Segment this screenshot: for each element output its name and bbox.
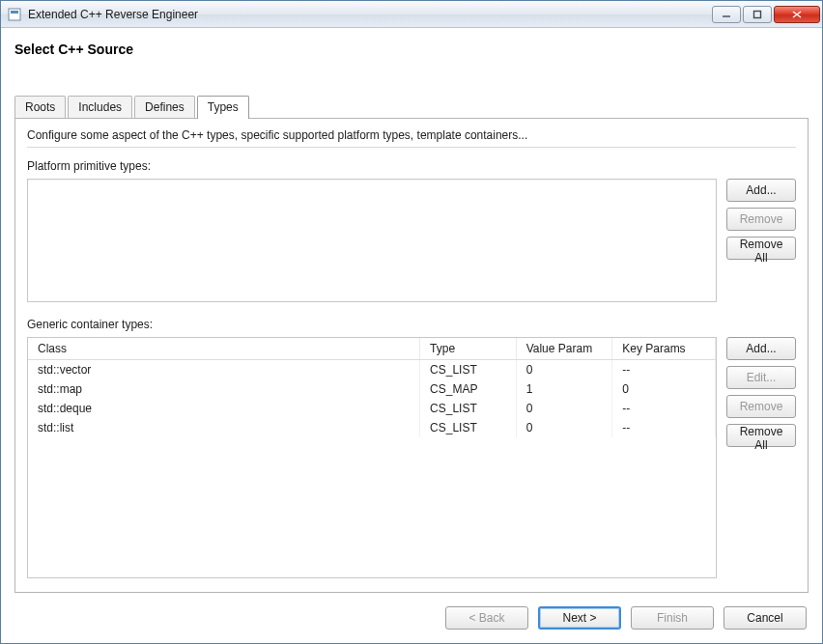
cell-value-param: 0 xyxy=(516,418,612,437)
close-button[interactable] xyxy=(774,6,820,23)
col-header-class[interactable]: Class xyxy=(28,338,420,360)
types-description: Configure some aspect of the C++ types, … xyxy=(27,128,796,148)
tabs-region: Roots Includes Defines Types Configure s… xyxy=(1,96,822,593)
window-controls xyxy=(710,6,820,23)
generic-remove-button[interactable]: Remove xyxy=(726,395,796,418)
cell-key-params: -- xyxy=(612,399,716,418)
generic-types-table-box[interactable]: Class Type Value Param Key Params std::v… xyxy=(27,337,717,578)
svg-rect-0 xyxy=(9,9,20,20)
cell-type: CS_MAP xyxy=(420,379,517,399)
cell-type: CS_LIST xyxy=(420,360,517,380)
cell-class: std::list xyxy=(28,418,420,437)
tab-types[interactable]: Types xyxy=(197,96,249,119)
col-header-value-param[interactable]: Value Param xyxy=(516,338,612,360)
maximize-button[interactable] xyxy=(743,6,772,23)
col-header-key-params[interactable]: Key Params xyxy=(612,338,716,360)
cell-class: std::map xyxy=(28,379,420,399)
primitive-types-listbox[interactable] xyxy=(27,179,717,302)
wizard-header: Select C++ Source xyxy=(1,28,822,96)
primitive-add-button[interactable]: Add... xyxy=(726,179,796,202)
generic-edit-button[interactable]: Edit... xyxy=(726,366,796,389)
dialog-window: Extended C++ Reverse Engineer Select C++… xyxy=(0,0,823,644)
tab-defines[interactable]: Defines xyxy=(134,96,195,118)
cell-type: CS_LIST xyxy=(420,399,517,418)
table-row[interactable]: std::list CS_LIST 0 -- xyxy=(28,418,716,437)
generic-remove-all-button[interactable]: Remove All xyxy=(726,424,796,447)
minimize-button[interactable] xyxy=(712,6,741,23)
cell-key-params: 0 xyxy=(612,379,716,399)
col-header-type[interactable]: Type xyxy=(420,338,517,360)
back-button[interactable]: < Back xyxy=(445,606,528,630)
svg-rect-3 xyxy=(754,11,761,17)
generic-types-section: Class Type Value Param Key Params std::v… xyxy=(27,337,796,578)
svg-rect-1 xyxy=(11,11,18,14)
cell-class: std::deque xyxy=(28,399,420,418)
tab-roots[interactable]: Roots xyxy=(14,96,66,118)
primitive-remove-all-button[interactable]: Remove All xyxy=(726,237,796,260)
table-header-row: Class Type Value Param Key Params xyxy=(28,338,716,360)
finish-button[interactable]: Finish xyxy=(631,606,714,630)
cell-key-params: -- xyxy=(612,360,716,380)
cell-value-param: 0 xyxy=(516,399,612,418)
types-panel: Configure some aspect of the C++ types, … xyxy=(14,118,809,593)
table-row[interactable]: std::map CS_MAP 1 0 xyxy=(28,379,716,399)
generic-types-table: Class Type Value Param Key Params std::v… xyxy=(28,338,716,437)
generic-types-label: Generic container types: xyxy=(27,318,796,331)
page-title: Select C++ Source xyxy=(14,42,809,57)
app-icon xyxy=(7,7,22,22)
cell-class: std::vector xyxy=(28,360,420,380)
cell-key-params: -- xyxy=(612,418,716,437)
window-title: Extended C++ Reverse Engineer xyxy=(28,8,710,21)
cell-value-param: 1 xyxy=(516,379,612,399)
primitive-types-section: Add... Remove Remove All xyxy=(27,179,796,302)
table-row[interactable]: std::vector CS_LIST 0 -- xyxy=(28,360,716,380)
cancel-button[interactable]: Cancel xyxy=(724,606,807,630)
tab-includes[interactable]: Includes xyxy=(68,96,132,118)
table-row[interactable]: std::deque CS_LIST 0 -- xyxy=(28,399,716,418)
primitive-remove-button[interactable]: Remove xyxy=(726,208,796,231)
cell-type: CS_LIST xyxy=(420,418,517,437)
generic-add-button[interactable]: Add... xyxy=(726,337,796,360)
primitive-types-label: Platform primitive types: xyxy=(27,159,796,173)
titlebar: Extended C++ Reverse Engineer xyxy=(1,1,822,28)
wizard-footer: < Back Next > Finish Cancel xyxy=(1,593,822,643)
next-button[interactable]: Next > xyxy=(538,606,621,630)
cell-value-param: 0 xyxy=(516,360,612,380)
generic-button-column: Add... Edit... Remove Remove All xyxy=(726,337,796,578)
tab-row: Roots Includes Defines Types xyxy=(14,96,809,118)
primitive-button-column: Add... Remove Remove All xyxy=(726,179,796,302)
